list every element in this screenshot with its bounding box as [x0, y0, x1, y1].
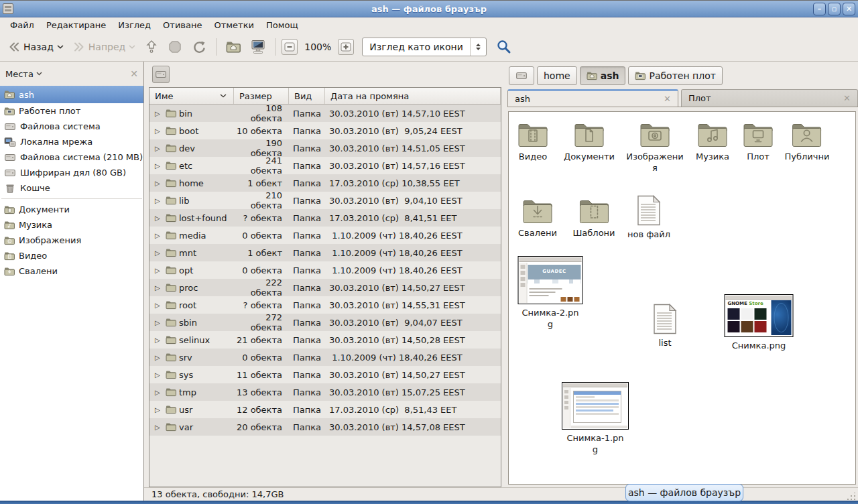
sidebar-item-11[interactable]: Видео: [0, 248, 143, 263]
view-mode-select[interactable]: Изглед като икони: [362, 38, 487, 56]
expander-icon[interactable]: ▷: [155, 336, 163, 344]
table-row[interactable]: ▷bin108 обектаПапка30.03.2010 (вт) 14,57…: [149, 105, 501, 122]
table-row[interactable]: ▷sys11 обектаПапка30.03.2010 (вт) 14,50,…: [149, 366, 501, 383]
table-row[interactable]: ▷sbin272 обектаПапка30.03.2010 (вт) 9,04…: [149, 314, 501, 331]
table-row[interactable]: ▷proc222 обектаПапка30.03.2010 (вт) 14,5…: [149, 279, 501, 296]
sidebar-item-0[interactable]: ash: [0, 86, 143, 103]
icon-item-Документи[interactable]: Документи: [564, 121, 615, 162]
icon-item-Видео[interactable]: Видео: [517, 121, 549, 162]
forward-button[interactable]: Напред: [69, 39, 139, 55]
table-row[interactable]: ▷lib210 обектаПапка30.03.2010 (вт) 9,04,…: [149, 192, 501, 209]
icon-item-Изображения[interactable]: Изображения: [624, 121, 686, 174]
expander-icon[interactable]: ▷: [155, 232, 163, 239]
expander-icon[interactable]: ▷: [155, 319, 163, 326]
expander-icon[interactable]: ▷: [155, 284, 163, 292]
sidebar-item-4[interactable]: Файлова система (210 MB): [0, 149, 143, 165]
zoom-in-button[interactable]: [338, 39, 354, 55]
menu-item-1[interactable]: Редактиране: [40, 19, 112, 32]
expander-icon[interactable]: ▷: [155, 110, 163, 117]
table-row[interactable]: ▷home1 обектПапка17.03.2010 (ср) 10,38,5…: [149, 174, 501, 192]
taskbar-window-button[interactable]: ash — файлов браузър: [625, 484, 743, 501]
icon-item-Плот[interactable]: Плот: [742, 121, 774, 162]
breadcrumb-button-ash[interactable]: ash: [580, 66, 626, 85]
breadcrumb-button-root[interactable]: [509, 66, 534, 85]
icon-item-Снимка-2.png[interactable]: GUADECСнимка-2.png: [518, 256, 583, 330]
sidebar-splitter[interactable]: [144, 62, 149, 487]
table-row[interactable]: ▷selinux21 обектаПапка30.03.2010 (вт) 14…: [149, 331, 501, 349]
reload-button[interactable]: [188, 37, 210, 57]
icon-item-Музика[interactable]: Музика: [696, 121, 729, 162]
expander-icon[interactable]: ▷: [155, 389, 163, 396]
expander-icon[interactable]: ▷: [155, 145, 163, 152]
expander-icon[interactable]: ▷: [155, 354, 163, 361]
expander-icon[interactable]: ▷: [155, 127, 163, 135]
column-header-1[interactable]: Размер: [234, 88, 289, 104]
expander-icon[interactable]: ▷: [155, 424, 163, 431]
column-header-3[interactable]: Дата на промяна: [325, 88, 501, 104]
home-button[interactable]: [222, 37, 245, 57]
tab-close-icon[interactable]: ✕: [843, 93, 851, 103]
search-button[interactable]: [496, 39, 512, 55]
computer-button[interactable]: [246, 36, 270, 58]
expander-icon[interactable]: ▷: [155, 406, 163, 414]
expander-icon[interactable]: ▷: [155, 371, 163, 379]
tab-ash[interactable]: ash✕: [507, 89, 678, 107]
icon-item-Снимка-1.png[interactable]: Снимка-1.png: [562, 382, 629, 455]
menu-item-0[interactable]: Файл: [4, 19, 40, 32]
menu-item-2[interactable]: Изглед: [112, 19, 157, 32]
sidebar-item-8[interactable]: Документи: [0, 202, 143, 217]
table-row[interactable]: ▷dev190 обектаПапка30.03.2010 (вт) 14,51…: [149, 139, 501, 157]
icon-item-list[interactable]: list: [652, 304, 678, 349]
resize-grip-icon[interactable]: [847, 493, 856, 501]
sidebar-item-10[interactable]: Изображения: [0, 233, 143, 248]
column-header-2[interactable]: Вид: [289, 88, 325, 104]
minimize-button[interactable]: –: [813, 3, 826, 15]
tab-Плот[interactable]: Плот✕: [681, 89, 858, 107]
expander-icon[interactable]: ▷: [155, 162, 163, 170]
sidebar-close-icon[interactable]: ✕: [130, 68, 138, 79]
sidebar-item-6[interactable]: Кошче: [0, 180, 143, 196]
sidebar-item-5[interactable]: Шифриран дял (80 GB): [0, 165, 143, 180]
expander-icon[interactable]: ▷: [155, 197, 163, 204]
table-row[interactable]: ▷usr12 обектаПапка17.03.2010 (ср) 8,51,4…: [149, 401, 501, 418]
up-button[interactable]: [141, 37, 162, 57]
table-row[interactable]: ▷var20 обектаПапка30.03.2010 (вт) 14,57,…: [149, 418, 501, 436]
table-row[interactable]: ▷media0 обектаПапка 1.10.2009 (чт) 18,40…: [149, 227, 501, 244]
icon-item-нов-файл[interactable]: нов файл: [627, 195, 670, 240]
sidebar-item-9[interactable]: Музика: [0, 217, 143, 233]
expander-icon[interactable]: ▷: [155, 302, 163, 309]
table-row[interactable]: ▷root? обектаПапка30.03.2010 (вт) 14,55,…: [149, 296, 501, 314]
sidebar-item-3[interactable]: Локална мрежа: [0, 134, 143, 149]
close-button[interactable]: ✕: [843, 3, 855, 15]
pane-splitter[interactable]: [503, 62, 507, 487]
menu-item-5[interactable]: Помощ: [260, 19, 304, 32]
expander-icon[interactable]: ▷: [155, 249, 163, 257]
table-row[interactable]: ▷boot10 обектаПапка30.03.2010 (вт) 9,05,…: [149, 122, 501, 139]
sidebar-item-2[interactable]: Файлова система: [0, 119, 143, 134]
table-row[interactable]: ▷opt0 обектаПапка 1.10.2009 (чт) 18,40,2…: [149, 261, 501, 279]
icon-item-Снимка.png[interactable]: GNOME StoreСнимка.png: [725, 294, 794, 351]
sidebar-item-1[interactable]: Работен плот: [0, 103, 143, 119]
table-row[interactable]: ▷mnt1 обектПапка 1.10.2009 (чт) 18,40,26…: [149, 244, 501, 261]
zoom-out-button[interactable]: [282, 39, 298, 55]
expander-icon[interactable]: ▷: [155, 267, 163, 274]
expander-icon[interactable]: ▷: [155, 180, 163, 187]
sidebar-mode-select[interactable]: Места: [5, 69, 34, 79]
tab-close-icon[interactable]: ✕: [664, 94, 671, 104]
column-header-0[interactable]: Име: [149, 88, 234, 104]
menu-item-4[interactable]: Отметки: [208, 19, 259, 32]
expander-icon[interactable]: ▷: [155, 214, 163, 222]
back-history-chevron-icon[interactable]: [57, 45, 64, 49]
icon-item-Шаблони[interactable]: Шаблони: [572, 198, 615, 239]
breadcrumb-button-Работен плот[interactable]: Работен плот: [628, 66, 722, 85]
table-row[interactable]: ▷tmp13 обектаПапка30.03.2010 (вт) 15,07,…: [149, 383, 501, 401]
maximize-button[interactable]: ▫: [828, 3, 841, 15]
breadcrumb-button-home[interactable]: home: [537, 66, 577, 85]
table-row[interactable]: ▷etc241 обектаПапка30.03.2010 (вт) 14,57…: [149, 157, 501, 174]
back-button[interactable]: Назад: [4, 39, 68, 55]
sidebar-item-12[interactable]: Свалени: [0, 263, 143, 279]
filesystem-root-button[interactable]: [152, 66, 170, 83]
stop-button[interactable]: [164, 37, 186, 57]
table-row[interactable]: ▷srv0 обектаПапка 1.10.2009 (чт) 18,40,2…: [149, 349, 501, 366]
table-row[interactable]: ▷lost+found? обектаПапка17.03.2010 (ср) …: [149, 209, 501, 227]
